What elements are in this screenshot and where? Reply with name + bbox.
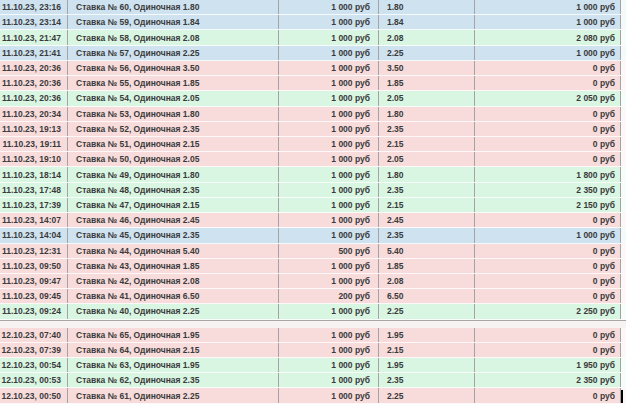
bet-coefficient: 6.50 (379, 289, 475, 303)
bet-coefficient: 2.15 (379, 198, 475, 212)
bet-coefficient: 2.35 (379, 373, 475, 387)
row-edge-strip (621, 198, 626, 212)
bet-description: Ставка № 43, Одиночная 1.85 (68, 259, 279, 273)
bet-coefficient: 2.08 (379, 30, 475, 44)
bet-datetime: 11.10.23, 09:50 (0, 259, 68, 273)
bet-row[interactable]: 12.10.23, 00:50 Ставка № 61, Одиночная 2… (0, 388, 626, 403)
row-edge-strip (621, 373, 626, 387)
bet-row[interactable]: 11.10.23, 14:07 Ставка № 46, Одиночная 2… (0, 213, 626, 228)
bet-result: 0 руб (475, 388, 621, 402)
bet-row[interactable]: 11.10.23, 12:31 Ставка № 44, Одиночная 5… (0, 244, 626, 259)
bet-row[interactable]: 11.10.23, 21:41 Ставка № 57, Одиночная 2… (0, 46, 626, 61)
bet-description: Ставка № 53, Одиночная 1.80 (68, 107, 279, 121)
bet-coefficient: 2.35 (379, 122, 475, 136)
bet-result: 2 350 руб (475, 373, 621, 387)
row-edge-strip (621, 183, 626, 197)
row-edge-strip (621, 304, 626, 318)
bet-coefficient: 1.85 (379, 76, 475, 90)
bet-coefficient: 1.95 (379, 358, 475, 372)
bet-coefficient: 2.05 (379, 152, 475, 166)
bet-result: 1 000 руб (475, 228, 621, 242)
bet-stake: 1 000 руб (279, 137, 379, 151)
row-edge-strip (621, 30, 626, 44)
row-edge-strip (621, 259, 626, 273)
bet-row[interactable]: 11.10.23, 14:04 Ставка № 45, Одиночная 2… (0, 228, 626, 243)
bet-datetime: 11.10.23, 17:48 (0, 183, 68, 197)
bet-row[interactable]: 11.10.23, 19:13 Ставка № 52, Одиночная 2… (0, 122, 626, 137)
bet-result: 2 350 руб (475, 183, 621, 197)
bet-datetime: 11.10.23, 09:47 (0, 274, 68, 288)
bet-result: 1 000 руб (475, 46, 621, 60)
bet-coefficient: 2.15 (379, 137, 475, 151)
bet-row[interactable]: 11.10.23, 23:16 Ставка № 60, Одиночная 1… (0, 0, 626, 15)
bet-row[interactable]: 12.10.23, 07:40 Ставка № 65, Одиночная 1… (0, 328, 626, 343)
bet-row[interactable]: 11.10.23, 09:47 Ставка № 42, Одиночная 2… (0, 274, 626, 289)
bet-coefficient: 1.84 (379, 15, 475, 29)
bet-datetime: 12.10.23, 00:53 (0, 373, 68, 387)
bet-row[interactable]: 11.10.23, 21:47 Ставка № 58, Одиночная 2… (0, 30, 626, 45)
bet-stake: 1 000 руб (279, 213, 379, 227)
bet-stake: 1 000 руб (279, 46, 379, 60)
bet-stake: 1 000 руб (279, 259, 379, 273)
bet-datetime: 11.10.23, 20:36 (0, 76, 68, 90)
bet-description: Ставка № 46, Одиночная 2.45 (68, 213, 279, 227)
bet-datetime: 12.10.23, 00:50 (0, 388, 68, 402)
bet-row[interactable]: 11.10.23, 20:34 Ставка № 53, Одиночная 1… (0, 107, 626, 122)
bet-row[interactable]: 11.10.23, 17:39 Ставка № 47, Одиночная 2… (0, 198, 626, 213)
bet-stake: 1 000 руб (279, 152, 379, 166)
row-edge-strip (621, 91, 626, 105)
day-group-second: 12.10.23, 07:40 Ставка № 65, Одиночная 1… (0, 328, 626, 404)
bet-description: Ставка № 49, Одиночная 1.80 (68, 167, 279, 181)
bet-result: 0 руб (475, 152, 621, 166)
bet-datetime: 11.10.23, 18:14 (0, 167, 68, 181)
bet-coefficient: 2.35 (379, 228, 475, 242)
bet-description: Ставка № 41, Одиночная 6.50 (68, 289, 279, 303)
bet-coefficient: 2.25 (379, 46, 475, 60)
bet-row[interactable]: 11.10.23, 19:10 Ставка № 50, Одиночная 2… (0, 152, 626, 167)
bet-stake: 1 000 руб (279, 228, 379, 242)
bet-result: 1 800 руб (475, 167, 621, 181)
bet-stake: 200 руб (279, 289, 379, 303)
bet-stake: 1 000 руб (279, 388, 379, 402)
bet-datetime: 11.10.23, 19:10 (0, 152, 68, 166)
bet-stake: 1 000 руб (279, 328, 379, 342)
bet-row[interactable]: 11.10.23, 09:24 Ставка № 40, Одиночная 2… (0, 304, 626, 319)
bet-row[interactable]: 11.10.23, 20:36 Ставка № 54, Одиночная 2… (0, 91, 626, 106)
bet-coefficient: 2.08 (379, 274, 475, 288)
bet-description: Ставка № 59, Одиночная 1.84 (68, 15, 279, 29)
bet-description: Ставка № 48, Одиночная 2.35 (68, 183, 279, 197)
bet-row[interactable]: 11.10.23, 09:45 Ставка № 41, Одиночная 6… (0, 289, 626, 304)
bet-row[interactable]: 12.10.23, 07:39 Ставка № 64, Одиночная 2… (0, 343, 626, 358)
row-edge-strip (621, 107, 626, 121)
bet-datetime: 11.10.23, 23:14 (0, 15, 68, 29)
bet-coefficient: 1.95 (379, 328, 475, 342)
bet-row[interactable]: 12.10.23, 00:54 Ставка № 63, Одиночная 1… (0, 358, 626, 373)
bet-row[interactable]: 11.10.23, 09:50 Ставка № 43, Одиночная 1… (0, 259, 626, 274)
bet-row[interactable]: 11.10.23, 23:14 Ставка № 59, Одиночная 1… (0, 15, 626, 30)
bet-row[interactable]: 11.10.23, 19:11 Ставка № 51, Одиночная 2… (0, 137, 626, 152)
bet-row[interactable]: 11.10.23, 20:36 Ставка № 56, Одиночная 3… (0, 61, 626, 76)
bet-row[interactable]: 11.10.23, 17:48 Ставка № 48, Одиночная 2… (0, 183, 626, 198)
bet-result: 0 руб (475, 107, 621, 121)
bet-coefficient: 1.85 (379, 259, 475, 273)
bet-datetime: 11.10.23, 14:07 (0, 213, 68, 227)
bet-result: 0 руб (475, 61, 621, 75)
bet-row[interactable]: 11.10.23, 20:36 Ставка № 55, Одиночная 1… (0, 76, 626, 91)
bet-datetime: 11.10.23, 14:04 (0, 228, 68, 242)
bet-stake: 1 000 руб (279, 183, 379, 197)
bet-stake: 1 000 руб (279, 122, 379, 136)
bet-coefficient: 2.05 (379, 91, 475, 105)
bet-datetime: 11.10.23, 21:47 (0, 30, 68, 44)
bet-stake: 1 000 руб (279, 358, 379, 372)
bet-coefficient: 1.80 (379, 107, 475, 121)
row-edge-strip (621, 358, 626, 372)
bet-result: 0 руб (475, 259, 621, 273)
bet-datetime: 11.10.23, 23:16 (0, 0, 68, 14)
bet-datetime: 11.10.23, 21:41 (0, 46, 68, 60)
row-edge-strip (621, 213, 626, 227)
bet-row[interactable]: 12.10.23, 00:53 Ставка № 62, Одиночная 2… (0, 373, 626, 388)
bet-row[interactable]: 11.10.23, 18:14 Ставка № 49, Одиночная 1… (0, 167, 626, 182)
row-edge-strip (621, 228, 626, 242)
row-edge-strip (621, 76, 626, 90)
bet-description: Ставка № 60, Одиночная 1.80 (68, 0, 279, 14)
